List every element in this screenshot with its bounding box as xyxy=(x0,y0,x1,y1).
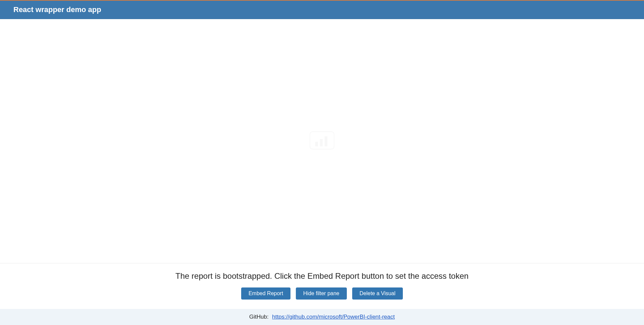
delete-visual-button[interactable]: Delete a Visual xyxy=(352,287,403,300)
action-button-row: Embed Report Hide filter pane Delete a V… xyxy=(241,287,403,300)
footer-label: GitHub: xyxy=(249,314,269,320)
svg-rect-1 xyxy=(315,142,318,146)
svg-rect-3 xyxy=(325,136,327,146)
embed-report-button[interactable]: Embed Report xyxy=(241,287,290,300)
footer: GitHub: https://github.com/microsoft/Pow… xyxy=(0,309,644,325)
app-header: React wrapper demo app xyxy=(0,0,644,19)
page-title: React wrapper demo app xyxy=(13,5,631,14)
status-message: The report is bootstrapped. Click the Em… xyxy=(175,271,469,281)
powerbi-logo-icon xyxy=(309,130,335,152)
hide-filter-pane-button[interactable]: Hide filter pane xyxy=(296,287,347,300)
github-link[interactable]: https://github.com/microsoft/PowerBI-cli… xyxy=(272,314,395,320)
report-embed-area xyxy=(0,19,644,263)
svg-rect-2 xyxy=(320,139,323,146)
status-section: The report is bootstrapped. Click the Em… xyxy=(0,263,644,309)
